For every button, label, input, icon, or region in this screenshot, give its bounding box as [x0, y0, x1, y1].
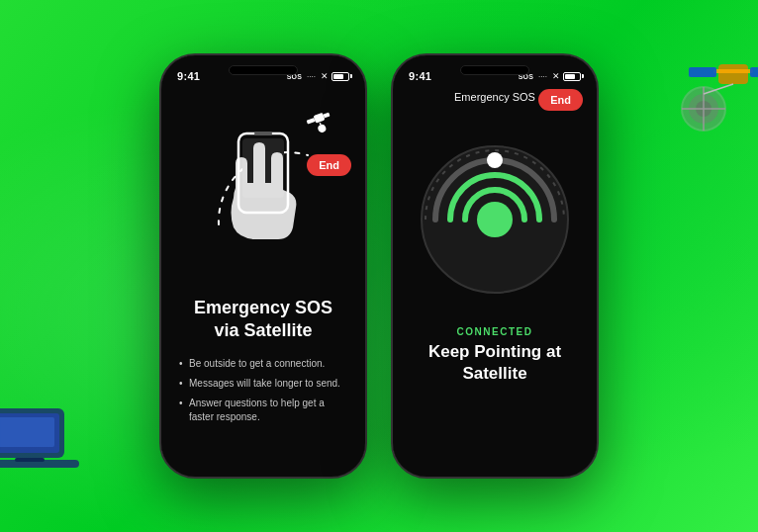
status-time-2: 9:41	[409, 70, 431, 82]
bullet-3: Answer questions to help get a faster re…	[179, 397, 347, 424]
svg-rect-8	[750, 67, 758, 77]
svg-rect-17	[324, 113, 331, 119]
svg-line-19	[320, 123, 321, 125]
airplane-icon-2: ✕	[552, 71, 560, 81]
phone-2: 9:41 SOS ···· ✕ Emergency SOS End	[391, 53, 599, 479]
signal-circle	[416, 140, 574, 299]
svg-point-25	[487, 152, 503, 168]
signal-container	[393, 121, 597, 318]
phone1-title: Emergency SOS via Satellite	[179, 297, 347, 343]
svg-rect-15	[313, 113, 325, 124]
svg-rect-2	[0, 417, 54, 447]
end-button-1[interactable]: End	[307, 154, 351, 176]
keep-pointing-text: Keep Pointing at Satellite	[409, 341, 581, 385]
svg-rect-5	[718, 64, 748, 84]
illustration-area	[161, 91, 365, 289]
svg-rect-7	[689, 67, 716, 77]
phone2-bottom: CONNECTED Keep Pointing at Satellite	[393, 318, 597, 393]
decorative-laptop	[0, 403, 79, 473]
status-time-1: 9:41	[177, 70, 200, 82]
svg-rect-6	[713, 69, 753, 73]
end-button-2[interactable]: End	[538, 89, 583, 111]
decorative-satellite-dish	[679, 59, 758, 138]
phone2-content: 9:41 SOS ···· ✕ Emergency SOS End	[393, 55, 597, 477]
phone-1: 9:41 SOS ···· ✕ End	[159, 53, 367, 479]
phone1-text-area: Emergency SOS via Satellite Be outside t…	[161, 289, 365, 438]
connected-label: CONNECTED	[409, 326, 581, 337]
phone1-bullets: Be outside to get a connection. Messages…	[179, 357, 347, 424]
bullet-1: Be outside to get a connection.	[179, 357, 347, 371]
svg-rect-4	[15, 458, 45, 462]
battery-2	[563, 72, 581, 81]
phone1-content: 9:41 SOS ···· ✕ End	[161, 55, 365, 477]
airplane-icon-1: ✕	[321, 71, 329, 81]
svg-point-18	[317, 124, 327, 133]
signal-dots-2: ····	[538, 72, 547, 81]
svg-rect-22	[254, 132, 272, 135]
dynamic-island-2	[460, 65, 529, 75]
signal-dots-1: ····	[307, 72, 316, 81]
svg-point-24	[477, 202, 513, 237]
dynamic-island-1	[229, 65, 298, 75]
phone2-header-title: Emergency SOS	[454, 91, 535, 103]
phones-container: 9:41 SOS ···· ✕ End	[159, 53, 599, 479]
bullet-2: Messages will take longer to send.	[179, 377, 347, 391]
phone-hand-illustration	[219, 129, 308, 251]
svg-rect-16	[307, 118, 316, 124]
battery-1	[332, 72, 349, 81]
